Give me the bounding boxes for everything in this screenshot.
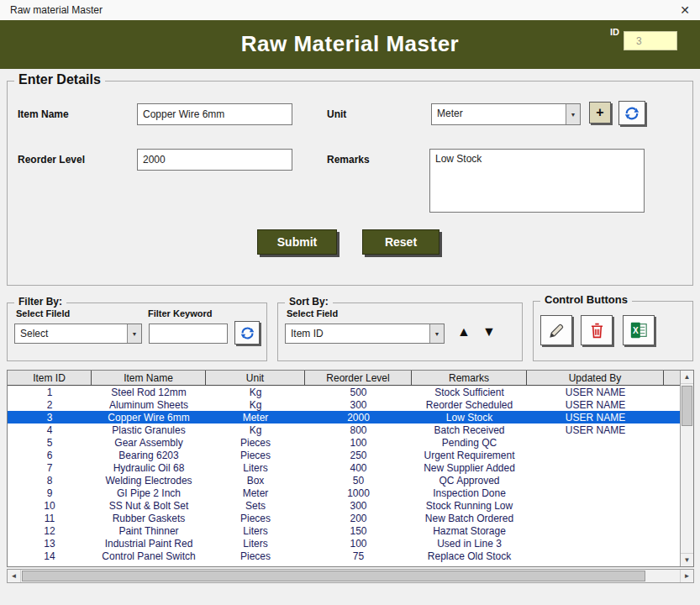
table-cell: Kg <box>206 424 305 436</box>
table-row[interactable]: 14Control Panel SwitchPieces75Replace Ol… <box>8 550 680 562</box>
refresh-units-button[interactable] <box>618 101 645 125</box>
table-cell: New Supplier Added <box>412 461 527 474</box>
table-horizontal-scrollbar[interactable]: ◄ ► <box>7 569 694 583</box>
table-cell: Liters <box>206 524 305 537</box>
table-cell: USER NAME <box>527 398 664 411</box>
delete-button[interactable] <box>581 315 613 345</box>
chevron-down-icon[interactable]: ▼ <box>429 324 444 343</box>
sort-descending-button[interactable]: ▼ <box>478 320 500 344</box>
chevron-down-icon[interactable]: ▼ <box>127 324 141 343</box>
sort-ascending-button[interactable]: ▲ <box>453 320 475 344</box>
table-cell: Aluminum Sheets <box>92 398 206 411</box>
filter-keyword-input[interactable] <box>149 324 228 344</box>
horizontal-scroll-thumb[interactable] <box>22 571 645 581</box>
table-cell: Batch Received <box>412 424 527 436</box>
item-name-input[interactable] <box>137 103 292 125</box>
table-cell <box>527 537 664 550</box>
table-cell: Gear Assembly <box>92 436 206 449</box>
table-cell: 100 <box>305 436 412 449</box>
table-cell: Replace Old Stock <box>412 550 527 562</box>
filter-field-select[interactable]: Select ▼ <box>14 324 142 344</box>
table-cell: 100 <box>305 537 412 550</box>
table-cell: Control Panel Switch <box>92 550 206 562</box>
column-header-unit[interactable]: Unit <box>206 371 305 385</box>
table-row[interactable]: 7Hydraulic Oil 68Liters400New Supplier A… <box>8 461 680 474</box>
enter-details-group: Enter Details Item Name Unit Meter ▼ + R… <box>7 81 693 286</box>
reset-button[interactable]: Reset <box>362 229 439 255</box>
table-cell: 9 <box>8 487 92 499</box>
column-header-remarks[interactable]: Remarks <box>412 371 527 385</box>
remarks-label: Remarks <box>327 154 370 166</box>
submit-button[interactable]: Submit <box>257 229 337 255</box>
column-header-filler <box>664 371 680 385</box>
edit-button[interactable] <box>540 315 572 345</box>
table-row[interactable]: 11Rubber GasketsPieces200New Batch Order… <box>8 512 680 524</box>
column-header-item-name[interactable]: Item Name <box>92 371 206 385</box>
form-header: Raw Material Master ID 3 <box>0 20 700 69</box>
table-cell: Liters <box>206 461 305 474</box>
apply-filter-button[interactable] <box>234 321 260 345</box>
table-cell: 10 <box>8 499 92 512</box>
table-cell <box>527 449 664 461</box>
table-cell: 1 <box>8 386 92 398</box>
table-cell: 300 <box>305 398 412 411</box>
id-field[interactable]: 3 <box>624 31 677 50</box>
table-row[interactable]: 12Paint ThinnerLiters150Hazmat Storage <box>8 524 680 537</box>
sort-by-legend: Sort By: <box>285 296 333 308</box>
column-header-item-id[interactable]: Item ID <box>8 371 92 385</box>
reorder-level-label: Reorder Level <box>18 154 85 166</box>
sort-by-group: Sort By: Select Field Item ID ▼ ▲ ▼ <box>277 302 523 361</box>
table-cell: Meter <box>206 487 305 499</box>
table-body: 1Steel Rod 12mmKg500Stock SufficientUSER… <box>8 386 680 562</box>
table-row[interactable]: 13Industrial Paint RedLiters100Used in L… <box>8 537 680 550</box>
table-cell: 7 <box>8 461 92 474</box>
unit-select[interactable]: Meter ▼ <box>431 103 581 125</box>
add-unit-button[interactable]: + <box>589 102 611 124</box>
filter-field-value: Select <box>15 324 127 343</box>
table-row[interactable]: 4Plastic GranulesKg800Batch ReceivedUSER… <box>8 424 680 436</box>
table-vertical-scrollbar[interactable]: ▲ ▼ <box>680 371 693 566</box>
table-cell: 2 <box>8 398 92 411</box>
sort-field-select[interactable]: Item ID ▼ <box>285 324 445 344</box>
vertical-scroll-thumb[interactable] <box>682 386 692 426</box>
table-row[interactable]: 9GI Pipe 2 InchMeter1000Inspection Done <box>8 487 680 499</box>
table-row[interactable]: 10SS Nut & Bolt SetSets300Stock Running … <box>8 499 680 512</box>
table-cell: New Batch Ordered <box>412 512 527 524</box>
table-cell: Inspection Done <box>412 487 527 499</box>
table-row[interactable]: 8Welding ElectrodesBox50QC Approved <box>8 474 680 487</box>
table-cell <box>527 487 664 499</box>
export-excel-button[interactable]: X <box>623 315 655 345</box>
table-row[interactable]: 2Aluminum SheetsKg300Reorder ScheduledUS… <box>8 398 680 411</box>
refresh-icon <box>239 325 255 341</box>
column-header-updated-by[interactable]: Updated By <box>527 371 664 385</box>
table-cell: Steel Rod 12mm <box>92 386 206 398</box>
table-cell: Bearing 6203 <box>92 449 206 461</box>
remarks-textarea[interactable]: Low Stock <box>429 149 645 213</box>
trash-icon <box>588 322 606 339</box>
scroll-up-icon[interactable]: ▲ <box>681 371 693 384</box>
scroll-left-icon[interactable]: ◄ <box>8 570 21 582</box>
table-row[interactable]: 6Bearing 6203Pieces250Urgent Requirement <box>8 449 680 461</box>
table-cell: 150 <box>305 524 412 537</box>
table-row[interactable]: 5Gear AssemblyPieces100Pending QC <box>8 436 680 449</box>
filter-by-legend: Filter By: <box>14 296 66 308</box>
table-cell: Pieces <box>206 550 305 562</box>
table-cell: Sets <box>206 499 305 512</box>
table-cell: Stock Running Low <box>412 499 527 512</box>
chevron-down-icon[interactable]: ▼ <box>566 104 580 124</box>
reorder-level-input[interactable] <box>137 149 292 171</box>
table-row[interactable]: 1Steel Rod 12mmKg500Stock SufficientUSER… <box>8 386 680 398</box>
table-cell: 14 <box>8 550 92 562</box>
table-cell <box>527 512 664 524</box>
close-icon[interactable]: ✕ <box>680 4 690 16</box>
titlebar: Raw material Master ✕ <box>0 0 700 20</box>
scroll-down-icon[interactable]: ▼ <box>681 553 693 566</box>
sort-field-value: Item ID <box>286 324 429 343</box>
table-cell: 500 <box>305 386 412 398</box>
column-header-reorder-level[interactable]: Reorder Level <box>305 371 412 385</box>
table-cell: 12 <box>8 524 92 537</box>
table-cell: SS Nut & Bolt Set <box>92 499 206 512</box>
scroll-right-icon[interactable]: ► <box>680 570 693 582</box>
table-cell: Pieces <box>206 512 305 524</box>
table-row[interactable]: 3Copper Wire 6mmMeter2000Low StockUSER N… <box>8 411 680 424</box>
